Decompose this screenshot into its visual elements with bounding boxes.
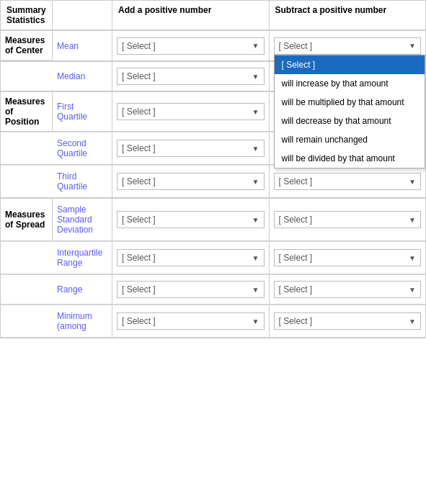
add-select-minimum[interactable]: [ Select ] ▼ <box>112 305 270 337</box>
chevron-down-icon: ▼ <box>409 254 416 262</box>
group-label-spread: Measuresof Spread <box>1 199 53 240</box>
dropdown-item-divide[interactable]: will be divided by that amount <box>275 149 425 168</box>
subtract-select-mean[interactable]: [ Select ] ▼ [ Select ] will increase by… <box>270 31 426 60</box>
header-col-summary: Summary Statistics <box>1 1 53 30</box>
chevron-down-icon: ▼ <box>252 42 259 50</box>
subtract-select-range[interactable]: [ Select ] ▼ <box>270 275 426 304</box>
table-row: Minimum(among [ Select ] ▼ [ Select ] ▼ <box>1 305 425 338</box>
header-col-spacer <box>53 1 112 30</box>
table-header: Summary Statistics Add a positive number… <box>1 1 425 31</box>
subtract-select-third-quartile[interactable]: [ Select ] ▼ <box>270 166 426 197</box>
chevron-down-icon: ▼ <box>409 286 416 294</box>
sub-label-minimum: Minimum(among <box>53 305 112 337</box>
sub-label-median: Median <box>53 62 112 91</box>
table-row: Range [ Select ] ▼ [ Select ] ▼ <box>1 274 425 305</box>
chevron-down-icon: ▼ <box>252 73 259 81</box>
header-col-add: Add a positive number <box>112 1 270 30</box>
chevron-down-icon: ▼ <box>252 178 259 186</box>
dropdown-item-select[interactable]: [ Select ] <box>275 55 425 74</box>
chevron-down-icon: ▼ <box>252 216 259 224</box>
add-select-iqr[interactable]: [ Select ] ▼ <box>112 242 270 274</box>
add-select-mean[interactable]: [ Select ] ▼ <box>112 31 270 60</box>
sub-label-range: Range <box>53 275 112 304</box>
add-select-std-dev[interactable]: [ Select ] ▼ <box>112 199 270 240</box>
add-select-third-quartile[interactable]: [ Select ] ▼ <box>112 166 270 197</box>
header-col-subtract: Subtract a positive number <box>270 1 426 30</box>
chevron-down-icon: ▼ <box>252 254 259 262</box>
table-row: InterquartileRange [ Select ] ▼ [ Select… <box>1 241 425 274</box>
chevron-down-icon: ▼ <box>409 178 416 186</box>
table-row: Measuresof Spread SampleStandardDeviatio… <box>1 199 425 241</box>
chevron-down-icon: ▼ <box>252 108 259 116</box>
chevron-down-icon: ▼ <box>409 216 416 224</box>
sub-label-iqr: InterquartileRange <box>53 242 112 274</box>
dropdown-item-decrease[interactable]: will decrease by that amount <box>275 112 425 130</box>
dropdown-item-unchanged[interactable]: will remain unchanged <box>275 130 425 149</box>
sub-label-second-quartile: SecondQuartile <box>53 132 112 164</box>
add-select-second-quartile[interactable]: [ Select ] ▼ <box>112 132 270 164</box>
dropdown-item-multiply[interactable]: will be multiplied by that amount <box>275 93 425 112</box>
chevron-down-icon: ▼ <box>252 145 259 153</box>
group-label-center: Measuresof Center <box>1 31 53 60</box>
subtract-select-iqr[interactable]: [ Select ] ▼ <box>270 242 426 274</box>
group-label-position: MeasuresofPosition <box>1 92 53 131</box>
chevron-down-icon: ▼ <box>252 318 259 325</box>
table-row: Measuresof Center Mean [ Select ] ▼ [ Se… <box>1 31 425 61</box>
add-select-median[interactable]: [ Select ] ▼ <box>112 62 270 91</box>
add-select-range[interactable]: [ Select ] ▼ <box>112 275 270 304</box>
dropdown-item-increase[interactable]: will increase by that amount <box>275 74 425 93</box>
sub-label-std-dev: SampleStandardDeviation <box>53 199 112 240</box>
subtract-select-std-dev[interactable]: [ Select ] ▼ <box>270 199 426 240</box>
chevron-down-icon: ▼ <box>252 286 259 294</box>
add-select-first-quartile[interactable]: [ Select ] ▼ <box>112 92 270 131</box>
dropdown-menu-mean: [ Select ] will increase by that amount … <box>274 55 425 168</box>
sub-label-mean: Mean <box>53 31 112 60</box>
sub-label-first-quartile: FirstQuartile <box>53 92 112 131</box>
chevron-down-icon: ▼ <box>409 42 416 50</box>
sub-label-third-quartile: ThirdQuartile <box>53 166 112 197</box>
table-row: ThirdQuartile [ Select ] ▼ [ Select ] ▼ <box>1 165 425 198</box>
chevron-down-icon: ▼ <box>409 318 416 325</box>
subtract-select-minimum[interactable]: [ Select ] ▼ <box>270 305 426 337</box>
